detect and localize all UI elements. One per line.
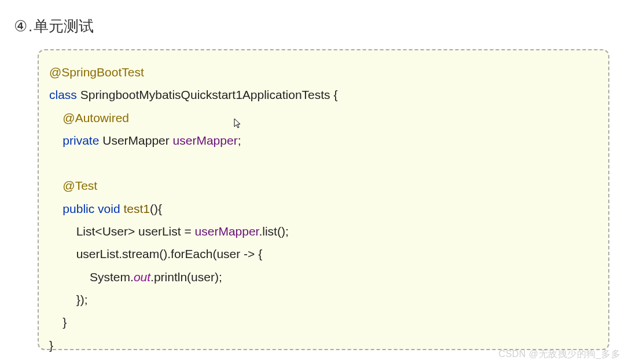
kw-public: public — [62, 202, 94, 215]
indent — [49, 293, 76, 306]
kw-class: class — [49, 88, 77, 101]
code-line-4: private UserMapper userMapper; — [49, 129, 598, 152]
foreach-line: userList.stream().forEach(user -> { — [76, 247, 263, 260]
indent — [49, 247, 76, 260]
watermark: CSDN @无敌拽少的狗_多多 — [499, 348, 620, 361]
println-post: .println(user); — [150, 270, 222, 284]
section-heading: ④. 单元测试 — [14, 16, 94, 36]
system-pre: System. — [90, 270, 134, 284]
field-usermapper: userMapper — [173, 134, 238, 147]
heading-title: 单元测试 — [34, 16, 94, 36]
code-line-1: @SpringBootTest — [49, 61, 598, 83]
heading-number: ④ — [14, 17, 27, 35]
heading-dot: . — [28, 17, 32, 35]
code-line-8: List<User> userList = userMapper.list(); — [49, 220, 598, 242]
class-name: SpringbootMybatisQuickstart1ApplicationT… — [77, 88, 338, 101]
indent — [49, 315, 62, 329]
indent — [49, 270, 90, 284]
method-test1: test1 — [123, 202, 150, 215]
indent — [49, 202, 62, 215]
type-usermapper: UserMapper — [99, 134, 172, 147]
indent — [49, 225, 76, 238]
indent — [49, 134, 62, 147]
code-line-9: userList.stream().forEach(user -> { — [49, 242, 598, 265]
code-line-12: } — [49, 311, 598, 333]
indent — [49, 111, 62, 124]
code-line-7: public void test1(){ — [49, 197, 598, 220]
list-call: .list(); — [259, 225, 288, 238]
code-line-6: @Test — [49, 174, 598, 197]
code-line-11: }); — [49, 288, 598, 311]
annotation-autowired: @Autowired — [62, 111, 129, 124]
static-out: out — [134, 270, 150, 284]
code-line-2: class SpringbootMybatisQuickstart1Applic… — [49, 83, 598, 106]
semicolon: ; — [238, 134, 241, 147]
annotation-springboottest: @SpringBootTest — [49, 65, 144, 79]
code-line-3: @Autowired — [49, 106, 598, 129]
code-block: @SpringBootTest class SpringbootMybatisQ… — [38, 49, 609, 350]
code-line-10: System.out.println(user); — [49, 266, 598, 288]
close-class: } — [49, 339, 53, 352]
kw-private: private — [62, 134, 99, 147]
close-lambda: }); — [76, 293, 88, 306]
indent — [49, 179, 62, 192]
method-end: (){ — [150, 202, 162, 215]
list-decl: List<User> userList = — [76, 225, 195, 238]
annotation-test: @Test — [62, 179, 97, 192]
blank-line — [49, 156, 53, 170]
kw-void: void — [94, 202, 123, 215]
close-method: } — [62, 315, 67, 329]
code-line-5 — [49, 152, 598, 174]
field-usermapper-ref: userMapper — [195, 225, 259, 238]
